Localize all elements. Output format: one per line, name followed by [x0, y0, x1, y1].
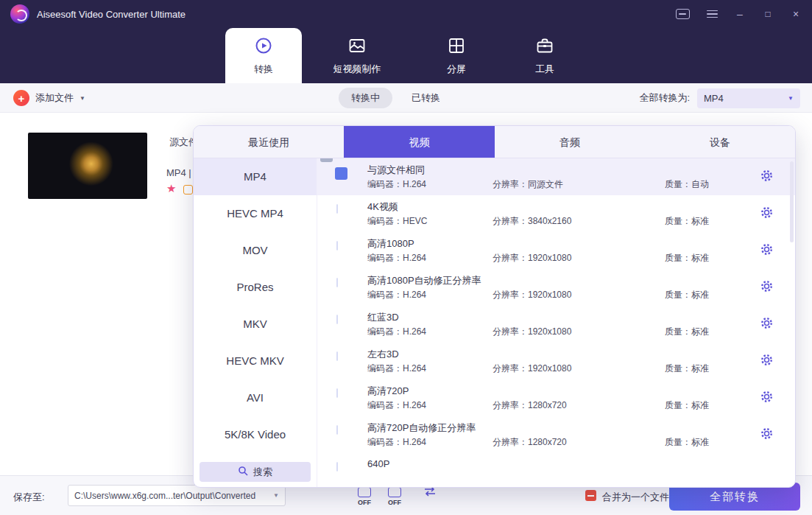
settings-gear-icon[interactable] [760, 243, 773, 256]
format-quality: 质量：标准 [665, 215, 709, 228]
format-title: 高清720P自动修正分辨率 [367, 421, 476, 435]
format-popup-tabs: 最近使用 视频 音频 设备 [194, 126, 795, 158]
format-resolution: 分辨率：1280x720 [493, 399, 567, 412]
format-title: 4K视频 [367, 200, 398, 214]
format-quality: 质量：标准 [665, 252, 709, 264]
sidebar-item-mkv[interactable]: MKV [194, 306, 317, 343]
format-title: 高清1080P自动修正分辨率 [367, 274, 481, 287]
format-row-sbs-3d[interactable]: 3D 左右3D 编码器：H.264 分辨率：1920x1080 质量：标准 [317, 343, 795, 379]
app-title: Aiseesoft Video Converter Ultimate [37, 9, 186, 20]
format-row-720p-auto[interactable]: 720P 高清720P自动修正分辨率 编码器：H.264 分辨率：1280x72… [317, 416, 795, 453]
output-path-value: C:\Users\www.x6g.com...ter\Output\Conver… [74, 491, 273, 501]
format-encoder: 编码器：H.264 [367, 436, 426, 449]
settings-gear-icon[interactable] [760, 280, 773, 292]
tab-device[interactable]: 设备 [645, 126, 795, 158]
output-path-caret-icon[interactable]: ▼ [273, 492, 279, 499]
converted-toggle[interactable]: 已转换 [412, 91, 440, 105]
toolbar: + 添加文件 ▼ 转换中 已转换 全部转换为: MP4 ▼ [0, 83, 812, 113]
minimize-icon[interactable]: – [734, 8, 746, 20]
toggle-off-badge-1[interactable]: OFF [355, 487, 374, 506]
tab-convert[interactable]: 转换 [225, 28, 302, 83]
settings-gear-icon[interactable] [760, 354, 773, 366]
add-files-caret-icon[interactable]: ▼ [80, 95, 85, 102]
format-row-1080p-auto[interactable]: 1080P 高清1080P自动修正分辨率 编码器：H.264 分辨率：1920x… [317, 269, 795, 306]
tab-recently-used[interactable]: 最近使用 [194, 126, 344, 158]
format-encoder: 编码器：H.264 [367, 399, 426, 412]
feedback-icon[interactable] [676, 8, 690, 20]
merge-icon[interactable] [585, 490, 596, 501]
format-resolution: 分辨率：1920x1080 [493, 289, 571, 301]
tab-audio[interactable]: 音频 [495, 126, 645, 158]
settings-gear-icon[interactable] [760, 206, 773, 219]
format-row-4k[interactable]: 4K 4K视频 编码器：HEVC 分辨率：3840x2160 质量：标准 [317, 195, 795, 232]
swap-icon[interactable] [423, 486, 437, 500]
format-row-720p[interactable]: 720P 高清720P 编码器：H.264 分辨率：1280x720 质量：标准 [317, 379, 795, 416]
sidebar-item-mov[interactable]: MOV [194, 232, 317, 269]
format-resolution: 分辨率：1280x720 [493, 436, 567, 449]
tab-short-video-maker-label: 短视频制作 [333, 63, 381, 76]
split-screen-icon [447, 36, 466, 58]
format-quality: 质量：标准 [665, 289, 709, 301]
menu-icon[interactable] [706, 8, 718, 20]
format-title: 与源文件相同 [367, 164, 425, 177]
format-row-same-as-source[interactable]: 与源文件相同 编码器：H.264 分辨率：同源文件 质量：自动 [317, 158, 795, 195]
popup-sidebar: MP4 HEVC MP4 MOV ProRes MKV HEVC MKV AVI… [194, 158, 317, 488]
format-row-640p[interactable]: 640P 640P [317, 453, 795, 488]
format-resolution: 分辨率：1920x1080 [493, 326, 571, 338]
sidebar-item-hevc-mkv[interactable]: HEVC MKV [194, 343, 317, 379]
close-icon[interactable]: × [790, 8, 802, 20]
format-title: 高清720P [367, 385, 409, 398]
format-resolution: 分辨率：3840x2160 [493, 215, 571, 228]
toggle-off-badge-2[interactable]: OFF [385, 487, 404, 506]
search-button[interactable]: 搜索 [200, 462, 311, 482]
tab-short-video-maker[interactable]: 短视频制作 [302, 28, 412, 83]
output-format-select[interactable]: MP4 ▼ [697, 88, 800, 108]
settings-gear-icon[interactable] [760, 169, 773, 182]
format-quality: 质量：标准 [665, 399, 709, 412]
video-thumbnail[interactable] [28, 133, 147, 199]
save-to-label: 保存至: [13, 491, 45, 504]
format-title: 高清1080P [367, 237, 414, 251]
sidebar-item-5k8k[interactable]: 5K/8K Video [194, 416, 317, 453]
convert-all-to-label: 全部转换为: [639, 91, 690, 105]
sidebar-item-prores[interactable]: ProRes [194, 269, 317, 306]
clip-tool-icon[interactable] [183, 185, 193, 195]
sidebar-item-hevc-mp4[interactable]: HEVC MP4 [194, 195, 317, 232]
merge-into-one-file-label[interactable]: 合并为一个文件 [602, 491, 669, 504]
navbar: 转换 短视频制作 分屏 工具 [0, 28, 812, 83]
add-files-button[interactable]: + 添加文件 ▼ [13, 83, 85, 113]
settings-gear-icon[interactable] [760, 427, 773, 440]
search-label: 搜索 [253, 466, 272, 479]
maximize-icon[interactable]: □ [762, 8, 774, 20]
toolbox-icon [535, 36, 554, 58]
converting-toggle[interactable]: 转换中 [339, 88, 392, 108]
format-encoder: 编码器：H.264 [367, 252, 426, 264]
tab-toolbox-label: 工具 [535, 63, 554, 76]
titlebar: Aiseesoft Video Converter Ultimate – □ × [0, 0, 812, 28]
format-resolution: 分辨率：1920x1080 [493, 252, 571, 264]
format-encoder: 编码器：HEVC [367, 215, 427, 228]
tab-convert-label: 转换 [254, 63, 273, 76]
scrollbar-thumb[interactable] [790, 161, 794, 242]
format-encoder: 编码器：H.264 [367, 289, 426, 301]
favorite-star-icon[interactable]: ★ [166, 183, 176, 194]
tab-split-screen[interactable]: 分屏 [412, 28, 501, 83]
sidebar-item-avi[interactable]: AVI [194, 379, 317, 416]
add-files-label: 添加文件 [35, 91, 74, 105]
format-quality: 质量：标准 [665, 436, 709, 449]
format-row-anaglyph-3d[interactable]: 3D 红蓝3D 编码器：H.264 分辨率：1920x1080 质量：标准 [317, 306, 795, 343]
output-format-value: MP4 [704, 93, 788, 104]
settings-gear-icon[interactable] [760, 317, 773, 329]
tab-split-screen-label: 分屏 [447, 63, 466, 76]
output-path-input[interactable]: C:\Users\www.x6g.com...ter\Output\Conver… [68, 485, 286, 506]
format-row-1080p[interactable]: 1080P 高清1080P 编码器：H.264 分辨率：1920x1080 质量… [317, 232, 795, 269]
file-format-label: MP4 | [166, 167, 191, 178]
format-resolution: 分辨率：同源文件 [493, 178, 563, 191]
tab-video[interactable]: 视频 [344, 126, 494, 158]
convert-icon [254, 36, 273, 58]
format-title: 640P [367, 458, 389, 469]
settings-gear-icon[interactable] [760, 390, 773, 403]
format-encoder: 编码器：H.264 [367, 362, 426, 375]
sidebar-item-mp4[interactable]: MP4 [194, 158, 317, 195]
tab-toolbox[interactable]: 工具 [501, 28, 589, 83]
